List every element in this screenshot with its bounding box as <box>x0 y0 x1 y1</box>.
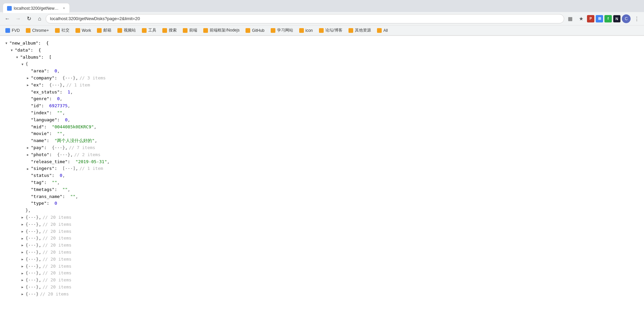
toggle-ex[interactable] <box>25 83 30 87</box>
toggle-item-8[interactable] <box>20 257 25 262</box>
bookmark-frontend[interactable]: 前端 <box>180 26 200 35</box>
toggle-album-item[interactable] <box>20 62 25 67</box>
bookmark-other[interactable]: 其他资源 <box>346 26 374 35</box>
toolbar-right: ▦ ★ P ⊞ f N C ⋮ <box>566 14 641 23</box>
toggle-singers[interactable] <box>25 167 30 171</box>
toggle-albums[interactable] <box>15 55 19 60</box>
json-collapsed-item-8: {···},// 20 items <box>3 263 641 270</box>
bookmark-label: Chrome+ <box>32 28 49 33</box>
ext-apps-icon[interactable]: ⊞ <box>596 15 603 22</box>
tab-bar: localhost:3200/getNewDisks?page=2&limit=… <box>0 0 644 12</box>
toggle-new-album[interactable] <box>4 41 9 46</box>
json-collapsed-item-7: {···},// 20 items <box>3 256 641 263</box>
ext-n-icon[interactable]: N <box>613 15 621 22</box>
bookmark-folder-icon <box>162 28 167 33</box>
toggle-item-11[interactable] <box>20 278 25 282</box>
browser-chrome: localhost:3200/getNewDisks?page=2&limit=… <box>0 0 644 36</box>
tab-close-button[interactable]: × <box>62 6 65 11</box>
json-collapsed-item-4: {···},// 20 items <box>3 235 641 242</box>
json-line: "name": "两个人没什么好的", <box>3 137 641 144</box>
toggle-item-13[interactable] <box>20 292 25 296</box>
json-line: "company": {···},// 3 items <box>3 75 641 82</box>
bookmark-chrome-plus[interactable]: Chrome+ <box>23 26 52 35</box>
bookmark-icon[interactable]: icon <box>297 26 316 35</box>
json-collapsed-item-6: {···},// 20 items <box>3 249 641 256</box>
tab-favicon <box>7 6 12 11</box>
json-collapsed-item-10: {···},// 20 items <box>3 277 641 284</box>
toggle-item-6[interactable] <box>20 243 25 248</box>
active-tab[interactable]: localhost:3200/getNewDisks?page=2&limit=… <box>3 3 70 13</box>
toggle-item-4[interactable] <box>20 229 25 234</box>
json-line: "tag": "", <box>3 179 641 186</box>
ext-pdf-icon[interactable]: P <box>587 15 594 22</box>
json-line: "mid": "0044085k0EKRC9", <box>3 124 641 131</box>
toggle-item-2[interactable] <box>20 215 25 220</box>
toggle-photo[interactable] <box>25 152 30 157</box>
toggle-item-3[interactable] <box>20 222 25 227</box>
bookmark-github[interactable]: GitHub <box>243 26 267 35</box>
bookmark-forum[interactable]: 论坛/博客 <box>316 26 345 35</box>
toggle-item-12[interactable] <box>20 285 25 289</box>
bookmark-folder-icon <box>271 28 275 33</box>
bookmark-video[interactable]: 视频站 <box>115 26 139 35</box>
json-line: "status": 0, <box>3 172 641 179</box>
json-line: "tmetags": "", <box>3 186 641 193</box>
json-line: "singers": [···],// 1 item <box>3 165 641 172</box>
bookmark-star-icon[interactable]: ★ <box>576 14 586 23</box>
bookmark-label: 社交 <box>61 27 69 33</box>
json-line: { <box>3 61 641 68</box>
tab-title: localhost:3200/getNewDisks?page=2&limit=… <box>14 6 60 11</box>
toggle-item-9[interactable] <box>20 264 25 269</box>
bookmark-folder-icon <box>117 28 122 33</box>
bookmark-label: FVD <box>12 28 20 33</box>
toggle-item-7[interactable] <box>20 250 25 255</box>
json-collapsed-item-3: {···},// 20 items <box>3 228 641 235</box>
json-line: "albums": [ <box>3 54 641 61</box>
json-line: "data": { <box>3 47 641 54</box>
address-bar[interactable] <box>46 14 564 23</box>
json-line: "movie": "", <box>3 130 641 137</box>
bookmark-all[interactable]: All <box>374 26 390 35</box>
json-line: "language": 0, <box>3 117 641 124</box>
forward-button[interactable]: → <box>13 14 23 23</box>
reload-button[interactable]: ↻ <box>24 14 34 23</box>
back-button[interactable]: ← <box>3 14 12 23</box>
bookmark-folder-icon <box>377 28 382 33</box>
bookmark-social[interactable]: 社交 <box>52 26 72 35</box>
json-line: "index": "", <box>3 110 641 117</box>
bookmark-fvd[interactable]: FVD <box>3 26 22 35</box>
toggle-item-10[interactable] <box>20 271 25 276</box>
home-button[interactable]: ⌂ <box>35 14 44 23</box>
bookmark-work[interactable]: Work <box>73 26 94 35</box>
json-collapsed-item-5: {···},// 20 items <box>3 242 641 249</box>
menu-icon[interactable]: ⋮ <box>632 14 641 23</box>
json-collapsed-item-1: {···},// 20 items <box>3 214 641 221</box>
bookmark-search[interactable]: 搜索 <box>160 26 179 35</box>
bookmark-label: 前端 <box>189 27 197 33</box>
json-collapsed-item-12: {···}// 20 items <box>3 291 641 298</box>
bookmark-nodejs[interactable]: 前端框架/Nodejs <box>201 26 242 35</box>
json-line: "trans_name": "", <box>3 193 641 200</box>
bookmark-label: GitHub <box>252 28 264 33</box>
ext-feedly-icon[interactable]: f <box>604 15 612 22</box>
json-viewer-area[interactable]: "new_album": { "data": { "albums": [ { "… <box>0 36 644 332</box>
bookmark-folder-icon <box>348 28 353 33</box>
bookmark-label: 其他资源 <box>355 27 371 33</box>
json-line: "photo": {···},// 2 items <box>3 151 641 158</box>
json-line: "new_album": { <box>3 40 641 47</box>
bookmark-learning[interactable]: 学习网站 <box>268 26 296 35</box>
json-line: }, <box>3 207 641 214</box>
profile-icon[interactable]: C <box>622 14 631 23</box>
json-line: "genre": 0, <box>3 95 641 103</box>
json-line: "pay": {···},// 7 items <box>3 144 641 151</box>
json-viewer: "new_album": { "data": { "albums": [ { "… <box>0 39 644 299</box>
toggle-company[interactable] <box>25 76 30 80</box>
bookmark-mail[interactable]: 邮箱 <box>94 26 114 35</box>
json-line: "type": 0 <box>3 200 641 207</box>
toggle-data[interactable] <box>9 48 14 53</box>
cast-icon[interactable]: ▦ <box>566 14 575 23</box>
bookmark-tools[interactable]: 工具 <box>139 26 159 35</box>
toggle-item-5[interactable] <box>20 236 25 241</box>
toggle-pay[interactable] <box>25 145 30 150</box>
bookmark-folder-icon <box>97 28 102 33</box>
